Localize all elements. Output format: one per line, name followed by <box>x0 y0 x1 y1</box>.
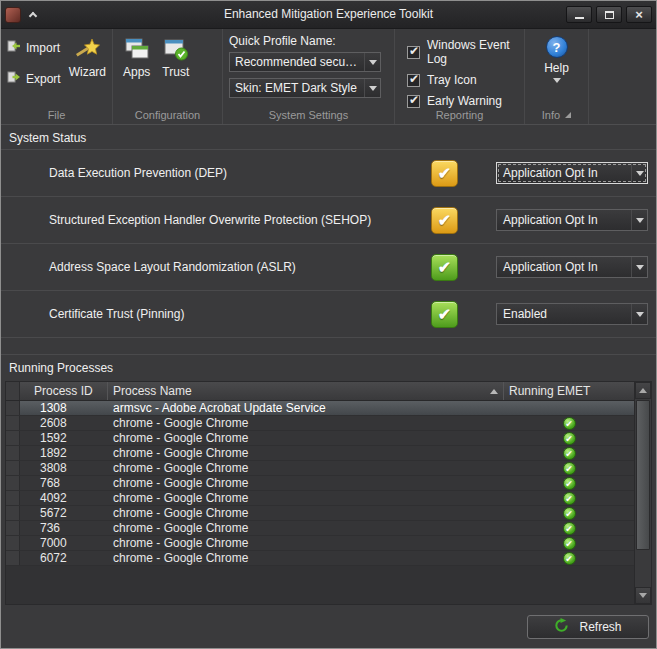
running-emet-cell: ✔ <box>504 506 634 520</box>
reporting-checkbox[interactable]: Windows Event Log <box>407 38 520 66</box>
reporting-checkbox[interactable]: Early Warning <box>407 94 520 108</box>
row-header-cell <box>6 431 20 445</box>
table-row[interactable]: 7000 chrome - Google Chrome ✔ <box>6 536 634 551</box>
table-row[interactable]: 4092 chrome - Google Chrome ✔ <box>6 491 634 506</box>
process-table-header: Process ID Process Name Running EMET <box>6 382 634 401</box>
emet-check-icon: ✔ <box>563 477 576 490</box>
process-name-cell: chrome - Google Chrome <box>108 461 504 475</box>
chevron-down-icon <box>631 304 647 324</box>
close-button[interactable]: × <box>626 6 652 23</box>
checkbox-box <box>407 74 420 87</box>
trust-button[interactable]: Trust <box>156 32 195 108</box>
apps-icon <box>124 36 150 62</box>
triangle-down-icon <box>639 593 647 598</box>
column-header-process-name[interactable]: Process Name <box>108 382 504 400</box>
wizard-button[interactable]: Wizard <box>63 32 112 108</box>
process-table: Process ID Process Name Running EMET 130… <box>5 381 652 605</box>
table-row[interactable]: 1892 chrome - Google Chrome ✔ <box>6 446 634 461</box>
sort-ascending-icon <box>490 389 498 394</box>
minimize-icon <box>575 17 584 19</box>
status-check-icon: ✔ <box>431 207 458 234</box>
wizard-label: Wizard <box>69 65 106 79</box>
export-button[interactable]: Export <box>5 69 63 88</box>
process-name-cell: chrome - Google Chrome <box>108 446 504 460</box>
reporting-checkbox[interactable]: Tray Icon <box>407 73 520 87</box>
system-status-title: System Status <box>1 125 656 149</box>
row-header-cell <box>6 461 20 475</box>
emet-check-icon: ✔ <box>563 522 576 535</box>
trust-label: Trust <box>162 65 189 79</box>
table-row[interactable]: 768 chrome - Google Chrome ✔ <box>6 476 634 491</box>
table-row[interactable]: 5672 chrome - Google Chrome ✔ <box>6 506 634 521</box>
apps-button[interactable]: Apps <box>117 32 156 108</box>
help-button[interactable]: ? Help <box>538 32 575 108</box>
status-dropdown[interactable]: Enabled <box>496 303 648 325</box>
checkbox-label: Tray Icon <box>427 73 477 87</box>
quick-profile-dropdown[interactable]: Recommended security ... <box>229 52 381 72</box>
group-label-system-settings: System Settings <box>227 108 390 124</box>
trust-icon <box>163 36 189 62</box>
table-row[interactable]: 3808 chrome - Google Chrome ✔ <box>6 461 634 476</box>
checkbox-label: Windows Event Log <box>427 38 520 66</box>
info-label-text: Info <box>542 109 560 121</box>
table-row[interactable]: 6072 chrome - Google Chrome ✔ <box>6 551 634 566</box>
skin-dropdown[interactable]: Skin: EMET Dark Style <box>229 78 381 98</box>
table-row[interactable]: 736 chrome - Google Chrome ✔ <box>6 521 634 536</box>
system-status-section: System Status Data Execution Prevention … <box>1 125 656 338</box>
refresh-button[interactable]: Refresh <box>527 615 649 639</box>
table-row[interactable]: 2608 chrome - Google Chrome ✔ <box>6 416 634 431</box>
ribbon-group-configuration: Apps Trust Configuration <box>113 29 223 124</box>
group-label-configuration: Configuration <box>117 108 218 124</box>
row-header-cell <box>6 476 20 490</box>
help-label: Help <box>544 61 569 75</box>
table-row[interactable]: 1308 armsvc - Adobe Acrobat Update Servi… <box>6 401 634 416</box>
close-icon: × <box>635 8 643 21</box>
running-emet-cell: ✔ <box>504 536 634 550</box>
maximize-button[interactable] <box>596 6 622 23</box>
scrollbar-track[interactable] <box>635 551 651 587</box>
refresh-icon <box>554 618 569 636</box>
running-emet-cell: ✔ <box>504 416 634 430</box>
chevron-down-icon <box>631 163 647 183</box>
group-label-reporting: Reporting <box>399 108 520 124</box>
ribbon-group-info: ? Help Info <box>525 29 589 124</box>
row-header-cell <box>6 446 20 460</box>
scrollbar-thumb[interactable] <box>636 400 650 550</box>
system-status-row: Data Execution Prevention (DEP) ✔ Applic… <box>1 150 656 197</box>
triangle-up-icon <box>639 388 647 393</box>
scroll-down-button[interactable] <box>635 587 651 604</box>
scroll-up-button[interactable] <box>635 382 651 399</box>
quick-profile-value: Recommended security ... <box>230 55 364 69</box>
running-emet-cell: ✔ <box>504 551 634 565</box>
running-emet-cell: ✔ <box>504 491 634 505</box>
status-dropdown[interactable]: Application Opt In <box>496 209 648 231</box>
export-icon <box>7 70 21 87</box>
emet-check-icon: ✔ <box>563 552 576 565</box>
status-dropdown[interactable]: Application Opt In <box>496 256 648 278</box>
process-id-cell: 1308 <box>20 401 108 415</box>
status-dropdown-value: Application Opt In <box>497 213 631 227</box>
row-header-cell <box>6 506 20 520</box>
group-label-info: Info <box>529 108 584 124</box>
process-id-cell: 4092 <box>20 491 108 505</box>
minimize-button[interactable] <box>566 6 592 23</box>
status-dropdown[interactable]: Application Opt In <box>496 162 648 184</box>
column-header-process-id[interactable]: Process ID <box>20 382 108 400</box>
import-button[interactable]: Import <box>5 38 63 57</box>
process-id-cell: 2608 <box>20 416 108 430</box>
ribbon-collapse-button[interactable] <box>21 5 45 25</box>
maximize-icon <box>605 11 614 19</box>
chevron-down-icon <box>553 78 561 83</box>
footer: Refresh <box>1 605 656 648</box>
process-name-cell: chrome - Google Chrome <box>108 521 504 535</box>
column-header-running-emet[interactable]: Running EMET <box>504 382 634 400</box>
dialog-launcher-icon[interactable] <box>565 112 571 118</box>
import-label: Import <box>26 41 60 55</box>
skin-value: Skin: EMET Dark Style <box>230 81 364 95</box>
process-name-cell: chrome - Google Chrome <box>108 416 504 430</box>
process-table-body: 1308 armsvc - Adobe Acrobat Update Servi… <box>6 401 634 566</box>
status-check-icon: ✔ <box>431 254 458 281</box>
table-row[interactable]: 1592 chrome - Google Chrome ✔ <box>6 431 634 446</box>
checkbox-box <box>407 95 420 108</box>
running-emet-cell: ✔ <box>504 476 634 490</box>
